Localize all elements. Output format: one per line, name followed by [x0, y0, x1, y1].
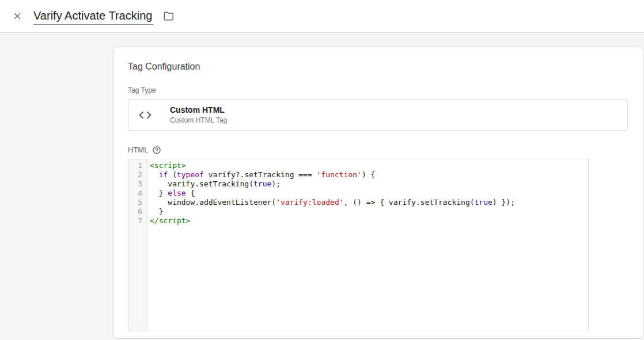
folder-icon — [162, 10, 174, 22]
code-line: if (typeof varify?.setTracking === 'func… — [150, 170, 515, 179]
tag-type-selector[interactable]: Custom HTML Custom HTML Tag — [128, 99, 628, 131]
line-number: 5 — [128, 198, 147, 207]
help-icon — [152, 146, 161, 155]
line-number: 1 — [128, 161, 147, 170]
line-number: 6 — [128, 207, 147, 216]
code-line: } — [150, 207, 515, 216]
code-line: varify.setTracking(true); — [150, 179, 515, 189]
editor-gutter: 1234567 — [128, 159, 147, 331]
code-line: </script> — [150, 216, 515, 226]
card-title: Tag Configuration — [128, 61, 628, 72]
html-code-editor[interactable]: 1234567 <script> if (typeof varify?.setT… — [128, 159, 589, 331]
line-number: 3 — [128, 179, 147, 189]
close-button[interactable] — [7, 6, 28, 26]
code-icon — [138, 108, 153, 123]
main-content: Tag Configuration Tag Type Custom HTML C… — [0, 47, 644, 339]
editor-code: <script> if (typeof varify?.setTracking … — [147, 159, 517, 331]
html-field-header: HTML — [128, 146, 628, 155]
line-number: 7 — [128, 216, 147, 226]
code-line: } else { — [150, 189, 515, 198]
code-line: window.addEventListener('varify:loaded',… — [150, 198, 515, 207]
tag-type-text: Custom HTML Custom HTML Tag — [170, 105, 227, 124]
folder-button[interactable] — [160, 8, 176, 24]
line-number: 2 — [128, 170, 147, 179]
header: Varify Activate Tracking — [0, 0, 644, 33]
help-button[interactable] — [152, 146, 161, 155]
code-line: <script> — [150, 161, 515, 170]
tag-name-input[interactable]: Varify Activate Tracking — [33, 8, 153, 25]
tag-type-name: Custom HTML — [170, 105, 227, 115]
close-icon — [12, 11, 22, 21]
tag-type-label: Tag Type — [128, 86, 628, 94]
html-label: HTML — [128, 146, 148, 155]
line-number: 4 — [128, 189, 147, 198]
tag-configuration-card: Tag Configuration Tag Type Custom HTML C… — [113, 47, 643, 339]
tag-type-description: Custom HTML Tag — [170, 116, 227, 124]
